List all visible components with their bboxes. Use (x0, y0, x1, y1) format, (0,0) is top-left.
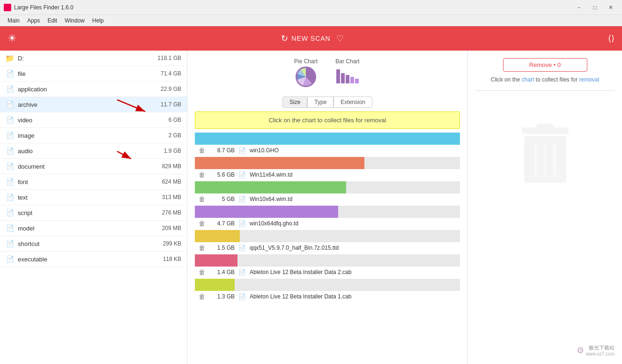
sidebar-item-application[interactable]: 📄 application 22.9 GB (0, 82, 187, 97)
file-entry-2: 🗑 5.6 GB 📄 Win11x64.wim.td (195, 157, 460, 180)
sidebar-item-video[interactable]: 📄 video 6 GB (0, 112, 187, 128)
svg-point-0 (5, 5, 10, 10)
data-tabs: Size Type Extension (195, 97, 460, 108)
file-doc-icon: 📄 (238, 171, 246, 178)
file-bar-row[interactable] (195, 206, 460, 218)
sidebar-item-archive[interactable]: 📄 archive 11.7 GB (0, 97, 187, 112)
theme-icon[interactable]: ☀ (7, 32, 17, 45)
file-bar (195, 230, 240, 242)
sidebar-item-name: text (18, 194, 162, 201)
sidebar-item-script[interactable]: 📄 script 276 MB (0, 205, 187, 221)
app-title: Large Files Finder 1.6.0 (14, 4, 571, 11)
sidebar-item-name: file (18, 70, 161, 77)
file-icon: 📄 (6, 193, 14, 201)
file-size: 5.6 GB (209, 171, 235, 178)
tab-bar-chart[interactable]: Bar Chart (331, 56, 364, 89)
menu-help[interactable]: Help (89, 16, 108, 25)
bar-chart-icon (334, 67, 361, 85)
menu-apps[interactable]: Apps (23, 16, 44, 25)
sidebar: 📁 D: 118.1 GB 📄 file 71.4 GB 📄 applicati… (0, 51, 187, 364)
trash-icon[interactable]: 🗑 (199, 171, 205, 178)
file-doc-icon: 📄 (238, 245, 246, 252)
close-button[interactable]: ✕ (603, 1, 618, 14)
file-doc-icon: 📄 (238, 196, 246, 203)
file-icon: 📄 (6, 224, 14, 232)
sidebar-item-text[interactable]: 📄 text 313 MB (0, 190, 187, 205)
maximize-button[interactable]: □ (587, 1, 602, 14)
file-icon: 📄 (6, 162, 14, 171)
sidebar-item-size: 6 GB (169, 117, 181, 123)
sidebar-item-size: 299 KB (163, 240, 181, 247)
file-bar-row[interactable] (195, 254, 460, 267)
file-bar-row[interactable] (195, 230, 460, 242)
toolbar: ☀ ↻ NEW SCAN ♡ ⟨⟩ (0, 26, 622, 51)
sidebar-item-folder-d[interactable]: 📁 D: 118.1 GB (0, 51, 187, 66)
sidebar-item-name: model (18, 225, 162, 232)
menu-bar: Main Apps Edit Window Help (0, 15, 622, 26)
tab-size[interactable]: Size (282, 97, 307, 108)
file-bar-row[interactable] (195, 279, 460, 291)
sidebar-item-size: 22.9 GB (161, 86, 181, 92)
menu-main[interactable]: Main (4, 16, 23, 25)
tab-type[interactable]: Type (307, 97, 333, 108)
tab-extension[interactable]: Extension (333, 97, 372, 108)
new-scan-button[interactable]: ↻ NEW SCAN (281, 33, 330, 44)
sidebar-item-audio[interactable]: 📄 audio 1.9 GB (0, 143, 187, 159)
notice-text: Click on the chart to collect files for … (269, 117, 386, 124)
sidebar-item-size: 209 MB (162, 225, 181, 231)
menu-edit[interactable]: Edit (44, 16, 61, 25)
trash-icon[interactable]: 🗑 (199, 147, 205, 154)
sidebar-item-model[interactable]: 📄 model 209 MB (0, 221, 187, 236)
file-info-row: 🗑 5 GB 📄 Win10x64.wim.td (195, 193, 460, 205)
watermark: ⚙ 极光下载站 www.xz7.com (577, 344, 615, 357)
pie-chart-label: Pie Chart (294, 58, 318, 65)
sidebar-item-document[interactable]: 📄 document 829 MB (0, 159, 187, 174)
sidebar-item-size: 276 MB (162, 209, 181, 216)
app-icon (4, 4, 11, 11)
file-bar-row[interactable] (195, 157, 460, 169)
file-icon: 📄 (6, 85, 14, 93)
file-entry-7: 🗑 1.3 GB 📄 Ableton Live 12 Beta Installe… (195, 279, 460, 302)
file-info-row: 🗑 8.7 GB 📄 win10.GHO (195, 145, 460, 156)
sidebar-item-image[interactable]: 📄 image 2 GB (0, 128, 187, 143)
tab-pie-chart[interactable]: Pie Chart (290, 56, 321, 89)
sidebar-item-file[interactable]: 📄 file 71.4 GB (0, 66, 187, 82)
file-icon: 📄 (6, 178, 14, 186)
file-icon: 📄 (6, 116, 14, 124)
sidebar-item-font[interactable]: 📄 font 624 MB (0, 174, 187, 190)
file-name: Ableton Live 12 Beta Installer Data 2.ca… (250, 269, 351, 275)
file-icon: 📄 (6, 239, 14, 248)
file-icon: 📄 (6, 208, 14, 217)
file-name: Win11x64.wim.td (250, 171, 292, 178)
share-icon[interactable]: ⟨⟩ (608, 33, 615, 44)
trash-icon[interactable]: 🗑 (199, 268, 205, 276)
sidebar-item-name: shortcut (18, 240, 163, 247)
trash-icon[interactable]: 🗑 (199, 195, 205, 203)
svg-rect-6 (537, 124, 554, 129)
sidebar-item-size: 11.7 GB (161, 101, 181, 108)
file-bar-row[interactable] (195, 181, 460, 193)
sidebar-item-name: application (18, 86, 161, 93)
menu-window[interactable]: Window (61, 16, 89, 25)
notice-bar: Click on the chart to collect files for … (195, 111, 460, 129)
file-entry-6: 🗑 1.4 GB 📄 Ableton Live 12 Beta Installe… (195, 254, 460, 278)
remove-button[interactable]: Remove • 0 (503, 58, 587, 72)
file-info-row: 🗑 5.6 GB 📄 Win11x64.wim.td (195, 169, 460, 180)
file-doc-icon: 📄 (238, 293, 246, 300)
file-bar (195, 133, 460, 145)
trash-large-icon (512, 117, 578, 193)
trash-icon[interactable]: 🗑 (199, 220, 205, 227)
trash-icon[interactable]: 🗑 (199, 293, 205, 300)
file-size: 8.7 GB (209, 147, 235, 154)
sidebar-item-shortcut[interactable]: 📄 shortcut 299 KB (0, 236, 187, 252)
new-scan-label: NEW SCAN (291, 35, 330, 42)
sidebar-item-name: image (18, 132, 169, 139)
sidebar-item-size: 2 GB (169, 132, 181, 139)
chart-type-tabs: Pie Chart Bar Chart (195, 56, 460, 89)
sidebar-item-name: audio (18, 148, 164, 155)
favorite-icon[interactable]: ♡ (336, 33, 344, 44)
minimize-button[interactable]: − (571, 1, 586, 14)
trash-icon[interactable]: 🗑 (199, 244, 205, 252)
file-bar-row[interactable] (195, 133, 460, 145)
sidebar-item-executable[interactable]: 📄 executable 118 KB (0, 252, 187, 267)
